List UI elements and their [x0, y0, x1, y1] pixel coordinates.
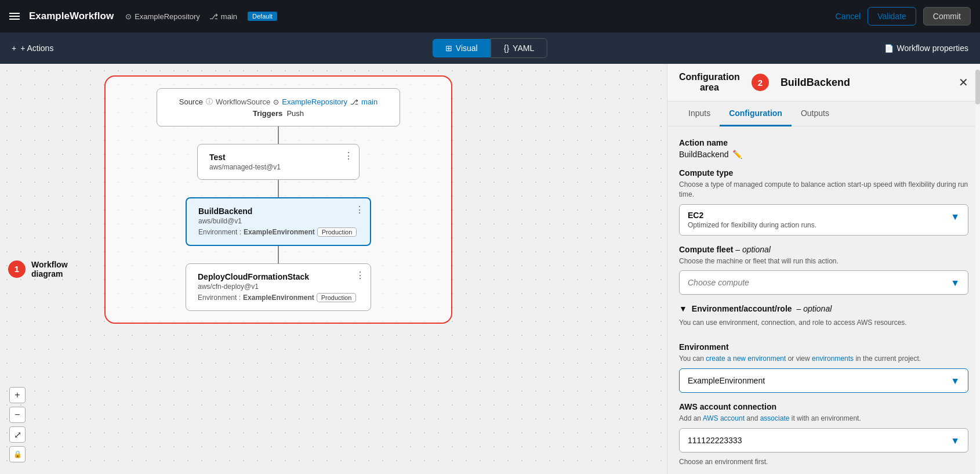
tab-configuration[interactable]: Configuration: [720, 102, 792, 126]
build-env-label: Environment :: [198, 228, 241, 236]
hamburger-menu[interactable]: [9, 13, 20, 20]
build-node[interactable]: BuildBackend aws/build@v1 Environment : …: [186, 197, 371, 246]
edit-icon[interactable]: ✏️: [732, 150, 742, 159]
config-area-header: Configurationarea 2 BuildBackend ✕: [667, 64, 980, 102]
step1-badge: 1: [8, 260, 26, 278]
test-node-menu[interactable]: ⋮: [344, 150, 353, 161]
deploy-env-badge: Production: [317, 293, 357, 302]
compute-fleet-placeholder: Choose compute: [688, 278, 749, 287]
deploy-node-sub: aws/cfn-deploy@v1: [198, 283, 359, 291]
lock-button[interactable]: 🔒: [9, 446, 26, 462]
compute-fleet-arrow: ▼: [950, 278, 960, 288]
view-toggle: ⊞ Visual {} YAML: [433, 38, 547, 58]
build-node-menu[interactable]: ⋮: [355, 204, 364, 215]
tab-configuration-label: Configuration: [729, 108, 782, 118]
connector-3: [278, 246, 279, 263]
source-triggers: Triggers Push: [175, 109, 382, 118]
yaml-tab[interactable]: {} YAML: [491, 38, 547, 58]
aws-account-desc: Add an AWS account and associate it with…: [679, 414, 968, 424]
compute-type-main: EC2: [688, 211, 950, 220]
default-badge: Default: [248, 12, 277, 21]
triggers-label: Triggers: [253, 109, 282, 118]
source-node-header: Source ⓘ WorkflowSource ⊙ ExampleReposit…: [175, 97, 382, 107]
environment-dropdown[interactable]: ExampleEnvironment ▼: [679, 368, 968, 393]
tab-outputs-label: Outputs: [801, 108, 829, 118]
tab-outputs[interactable]: Outputs: [792, 102, 839, 126]
env-section-header[interactable]: ▼ Environment/account/role – optional: [679, 304, 968, 313]
aws-account-sub: Choose an environment first.: [679, 457, 968, 467]
test-node-sub: aws/managed-test@v1: [209, 163, 347, 171]
fit-button[interactable]: ⤢: [9, 426, 26, 443]
doc-icon: 📄: [884, 44, 894, 53]
source-node[interactable]: Source ⓘ WorkflowSource ⊙ ExampleReposit…: [157, 88, 400, 126]
branch-info: ⎇ main: [209, 12, 237, 21]
workflow-title: ExampleWorkflow: [29, 10, 114, 22]
visual-tab[interactable]: ⊞ Visual: [433, 39, 491, 57]
aws-desc-after: it with an environment.: [789, 414, 861, 422]
repo-icon: ⊙: [125, 12, 132, 21]
compute-type-content: EC2 Optimized for flexibility during act…: [688, 211, 950, 229]
environment-desc: You can create a new environment or view…: [679, 354, 968, 364]
action-name-text: BuildBackend: [679, 150, 729, 159]
close-button[interactable]: ✕: [959, 75, 968, 89]
visual-icon: ⊞: [445, 44, 452, 53]
source-repo-name: ExampleRepository: [282, 97, 347, 106]
panel-title: BuildBackend: [781, 77, 953, 89]
scrollbar-thumb[interactable]: [975, 70, 980, 104]
aws-account-value: 111122223333: [688, 436, 742, 445]
compute-type-arrow: ▼: [950, 212, 960, 222]
actions-menu[interactable]: + + Actions: [12, 44, 53, 53]
aws-account-label: AWS account connection: [679, 402, 968, 411]
aws-desc-before: Add an: [679, 414, 703, 422]
environment-label: Environment: [679, 342, 968, 352]
validate-button[interactable]: Validate: [868, 7, 916, 26]
branch-name: main: [221, 12, 237, 21]
aws-account-link[interactable]: AWS account: [703, 414, 745, 422]
commit-button[interactable]: Commit: [923, 7, 971, 26]
zoom-out-button[interactable]: −: [9, 407, 26, 423]
cancel-button[interactable]: Cancel: [836, 12, 861, 21]
compute-fleet-label: Compute fleet – optional: [679, 245, 968, 254]
env-section-italic: – optional: [797, 304, 832, 313]
compute-fleet-dropdown[interactable]: Choose compute ▼: [679, 270, 968, 295]
main-content: 1 Workflowdiagram Source ⓘ WorkflowSourc…: [0, 64, 980, 474]
create-env-link[interactable]: create a new environment: [706, 354, 786, 363]
aws-desc-mid: and: [745, 414, 760, 422]
topbar: ExampleWorkflow ⊙ ExampleRepository ⎇ ma…: [0, 0, 980, 32]
deploy-node-title: DeployCloudFormationStack: [198, 272, 359, 281]
environment-value: ExampleEnvironment: [688, 376, 765, 385]
build-node-title: BuildBackend: [198, 207, 358, 216]
associate-link[interactable]: associate: [760, 414, 790, 422]
actions-label: + Actions: [20, 44, 53, 53]
deploy-node[interactable]: DeployCloudFormationStack aws/cfn-deploy…: [186, 263, 371, 311]
workflow-properties-label: Workflow properties: [897, 44, 968, 53]
plus-icon: +: [12, 44, 16, 53]
scrollbar-track: [975, 64, 980, 474]
deploy-node-menu[interactable]: ⋮: [355, 270, 365, 281]
topbar-left: ExampleWorkflow ⊙ ExampleRepository ⎇ ma…: [9, 10, 836, 22]
connector-2: [278, 180, 279, 197]
branch-icon: ⎇: [209, 12, 218, 21]
build-env-badge: Production: [317, 227, 357, 237]
panel-tabs: Inputs Configuration Outputs: [667, 102, 980, 126]
test-node-title: Test: [209, 153, 347, 162]
topbar-right: Cancel Validate Commit: [836, 7, 971, 26]
compute-type-dropdown[interactable]: EC2 Optimized for flexibility during act…: [679, 204, 968, 236]
aws-account-dropdown[interactable]: 111122223333 ▼: [679, 428, 968, 453]
workflow-label: 1 Workflowdiagram: [8, 260, 68, 278]
zoom-in-button[interactable]: +: [9, 387, 26, 403]
environments-link[interactable]: environments: [812, 354, 854, 363]
repo-name: ExampleRepository: [135, 12, 200, 21]
test-node[interactable]: Test aws/managed-test@v1 ⋮: [197, 144, 360, 180]
build-node-env: Environment : ExampleEnvironment Product…: [198, 227, 358, 237]
deploy-env-name: ExampleEnvironment: [243, 294, 314, 302]
source-branch-name: main: [361, 97, 378, 106]
env-section-desc: You can use environment, connection, and…: [679, 318, 968, 328]
workflow-properties[interactable]: 📄 Workflow properties: [884, 44, 968, 53]
tab-inputs[interactable]: Inputs: [679, 102, 720, 126]
branch-icon-src: ⎇: [350, 98, 358, 106]
divider-1: [679, 335, 968, 335]
triggers-value: Push: [286, 109, 304, 118]
repo-info: ⊙ ExampleRepository: [125, 12, 200, 21]
toolbar: + + Actions ⊞ Visual {} YAML 📄 Workflow …: [0, 32, 980, 64]
